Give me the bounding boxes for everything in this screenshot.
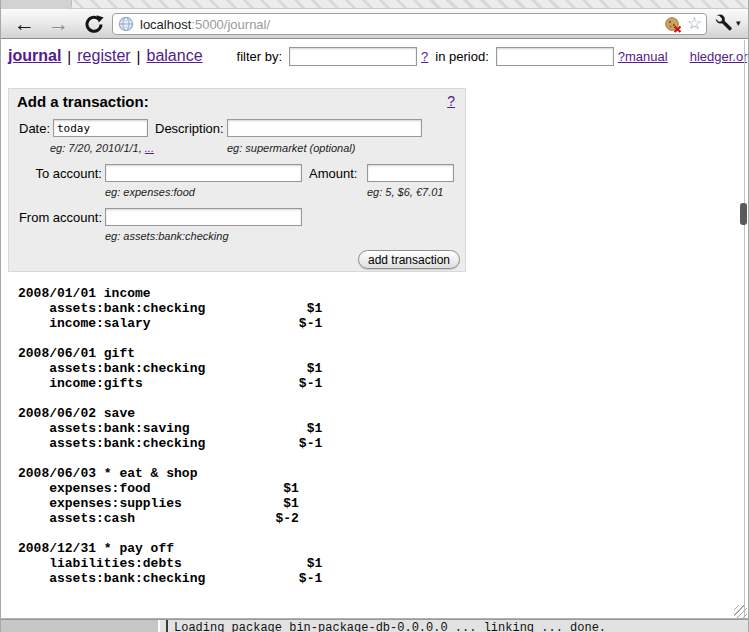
nav-separator: |: [137, 48, 141, 65]
period-input[interactable]: [496, 47, 614, 66]
filter-input[interactable]: [289, 47, 417, 66]
period-help-link[interactable]: ?: [618, 49, 625, 64]
wrench-icon: [714, 13, 734, 33]
description-hint: eg: supermarket (optional): [227, 142, 355, 154]
terminal-window-edge: [158, 620, 160, 632]
nav-separator: |: [67, 48, 71, 65]
from-account-input[interactable]: [105, 208, 302, 226]
amount-input[interactable]: [367, 164, 454, 182]
forward-button[interactable]: →: [48, 10, 69, 38]
menu-button[interactable]: ▾: [714, 13, 741, 33]
terminal-border: [166, 620, 168, 632]
to-account-label: To account:: [10, 165, 102, 182]
description-input[interactable]: [227, 119, 422, 137]
date-hint-text: eg: 7/20, 2010/1/1,: [50, 142, 145, 154]
cookie-blocked-icon[interactable]: [664, 16, 683, 33]
add-transaction-panel: Add a transaction: ? Date: Description: …: [8, 88, 466, 272]
screen: { "colors": { "link_purple": "#551a8b", …: [0, 0, 749, 632]
journal-pre: 2008/01/01 income assets:bank:checking $…: [18, 286, 322, 586]
add-transaction-button[interactable]: add transaction: [358, 250, 460, 269]
period-label: in period:: [435, 49, 488, 64]
from-account-label: From account:: [10, 209, 102, 226]
resize-grip-icon[interactable]: [734, 605, 747, 618]
date-label: Date:: [19, 120, 50, 137]
amount-label: Amount:: [309, 165, 357, 182]
date-hint-more-link[interactable]: ...: [145, 142, 154, 154]
panel-title: Add a transaction:: [17, 93, 149, 110]
chevron-down-icon: ▾: [736, 18, 741, 28]
nav-link-balance[interactable]: balance: [147, 47, 203, 65]
terminal-output-text: Loading package bin-package-db-0.0.0.0 .…: [174, 621, 606, 632]
scrollbar-track[interactable]: [744, 40, 745, 618]
panel-help-link[interactable]: ?: [447, 93, 455, 109]
background-terminal-strip: Loading package bin-package-db-0.0.0.0 .…: [0, 620, 749, 632]
globe-icon: [118, 16, 134, 32]
description-label: Description:: [155, 120, 224, 137]
browser-toolbar: ← → localhost:5000/journal/ ☆ ▾: [0, 9, 749, 39]
bookmark-star-icon[interactable]: ☆: [687, 15, 702, 33]
tab-strip: [0, 0, 749, 9]
filter-help-link[interactable]: ?: [421, 49, 428, 64]
hledger-org-link[interactable]: hledger.org: [690, 49, 749, 64]
back-button[interactable]: ←: [14, 10, 35, 38]
amount-hint: eg: 5, $6, €7.01: [367, 186, 443, 198]
from-account-hint: eg: assets:bank:checking: [105, 230, 229, 242]
nav-link-register[interactable]: register: [77, 47, 130, 65]
window-border-left: [0, 0, 1, 632]
page-content: journal | register | balance filter by: …: [0, 40, 749, 618]
date-hint: eg: 7/20, 2010/1/1, ...: [50, 142, 154, 154]
date-input[interactable]: [53, 119, 148, 137]
url-host: localhost: [140, 17, 191, 32]
url-path: :5000/journal/: [191, 17, 270, 32]
url-text[interactable]: localhost:5000/journal/: [140, 17, 664, 32]
app-nav: journal | register | balance filter by: …: [8, 44, 739, 68]
scrollbar-thumb[interactable]: [740, 203, 747, 225]
to-account-input[interactable]: [105, 164, 302, 182]
to-account-hint: eg: expenses:food: [105, 186, 195, 198]
browser-tab[interactable]: [0, 0, 72, 9]
reload-icon[interactable]: [84, 14, 104, 34]
nav-link-journal[interactable]: journal: [8, 47, 61, 65]
address-bar[interactable]: localhost:5000/journal/ ☆: [112, 13, 707, 35]
desktop-area: [0, 620, 158, 632]
filter-label: filter by:: [237, 49, 283, 64]
manual-link[interactable]: manual: [625, 49, 668, 64]
